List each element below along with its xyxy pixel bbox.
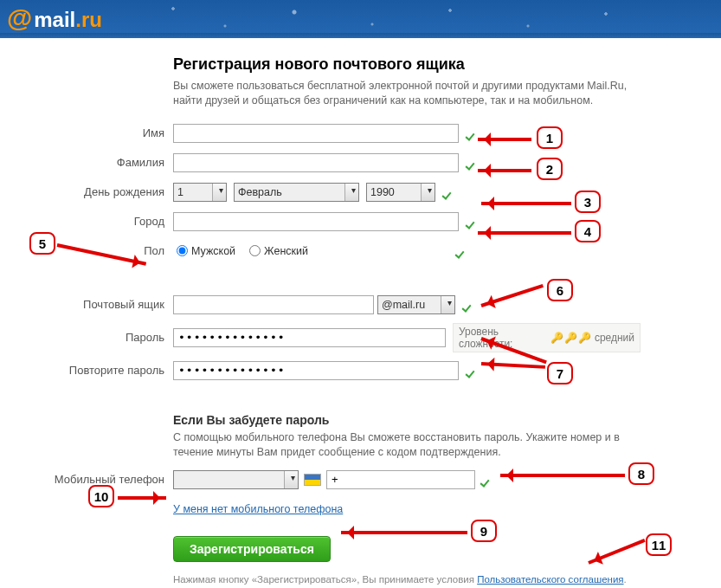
- gender-female-label: Женский: [264, 245, 308, 257]
- check-icon: [442, 186, 456, 198]
- strength-keys-icon: 🔑🔑🔑: [550, 332, 591, 344]
- gender-male-label: Мужской: [191, 245, 235, 257]
- strength-value: средний: [595, 332, 634, 344]
- phone-number-input[interactable]: [326, 470, 475, 489]
- password-input[interactable]: [173, 328, 446, 347]
- annotation-callout-4: 4: [575, 220, 601, 242]
- site-header: @ mail .ru: [0, 0, 721, 38]
- check-icon: [466, 365, 480, 377]
- footnote-prefix: Нажимая кнопку «Зарегистрироваться», Вы …: [173, 574, 477, 585]
- annotation-arrow-icon: [478, 138, 531, 141]
- birthday-day-select[interactable]: 1: [173, 183, 227, 202]
- annotation-callout-10: 10: [88, 485, 114, 507]
- annotation-callout-2: 2: [537, 158, 563, 180]
- logo-at-icon: @: [7, 5, 32, 31]
- annotation-callout-1: 1: [537, 126, 563, 149]
- recovery-title: Если Вы забудете пароль: [173, 413, 641, 427]
- birthday-year-select[interactable]: 1990: [366, 183, 435, 202]
- label-mailbox: Почтовый ящик: [0, 298, 173, 311]
- annotation-callout-6: 6: [547, 279, 573, 301]
- label-mobile: Мобильный телефон: [0, 473, 173, 486]
- label-birthday: День рождения: [0, 185, 173, 198]
- annotation-callout-9: 9: [471, 520, 497, 542]
- label-lastname: Фамилия: [0, 156, 173, 169]
- password-confirm-input[interactable]: [173, 361, 459, 380]
- logo[interactable]: @ mail .ru: [0, 0, 721, 36]
- page-title: Регистрация нового почтового ящика: [173, 55, 641, 74]
- birthday-month-select[interactable]: Февраль: [234, 183, 359, 202]
- terms-footnote: Нажимая кнопку «Зарегистрироваться», Вы …: [173, 574, 641, 585]
- page-intro: Вы сможете пользоваться бесплатной элект…: [173, 79, 641, 108]
- annotation-arrow-icon: [118, 496, 166, 500]
- annotation-arrow-icon: [341, 531, 467, 534]
- annotation-arrow-icon: [500, 474, 625, 477]
- annotation-callout-7: 7: [547, 362, 573, 384]
- footnote-suffix: .: [624, 574, 627, 585]
- gender-male-radio[interactable]: Мужской: [177, 245, 235, 257]
- register-button[interactable]: Зарегистрироваться: [173, 536, 331, 562]
- annotation-callout-5: 5: [29, 232, 55, 255]
- city-input[interactable]: [173, 212, 459, 231]
- annotation-callout-3: 3: [575, 191, 601, 213]
- logo-text-tld: .ru: [75, 10, 102, 30]
- logo-text-mail: mail: [34, 10, 75, 30]
- no-phone-link[interactable]: У меня нет мобильного телефона: [173, 503, 343, 515]
- check-icon: [462, 299, 476, 311]
- label-city: Город: [0, 215, 173, 228]
- label-password2: Повторите пароль: [0, 364, 173, 377]
- mailbox-domain-select[interactable]: @mail.ru: [377, 295, 455, 314]
- phone-country-select[interactable]: [173, 470, 299, 489]
- annotation-arrow-icon: [478, 231, 571, 235]
- gender-female-radio[interactable]: Женский: [249, 245, 308, 257]
- firstname-input[interactable]: [173, 124, 459, 143]
- annotation-arrow-icon: [478, 169, 531, 172]
- terms-link[interactable]: Пользовательского соглашения: [477, 574, 623, 585]
- annotation-arrow-icon: [481, 202, 571, 205]
- check-icon: [480, 474, 494, 486]
- annotation-callout-8: 8: [628, 462, 654, 485]
- lastname-input[interactable]: [173, 153, 459, 172]
- ukraine-flag-icon: [304, 474, 321, 486]
- label-firstname: Имя: [0, 126, 173, 139]
- mailbox-input[interactable]: [173, 295, 374, 314]
- check-icon: [455, 245, 469, 257]
- recovery-text: С помощью мобильного телефона Вы сможете…: [173, 430, 641, 460]
- annotation-callout-11: 11: [646, 533, 672, 556]
- label-password: Пароль: [0, 331, 173, 344]
